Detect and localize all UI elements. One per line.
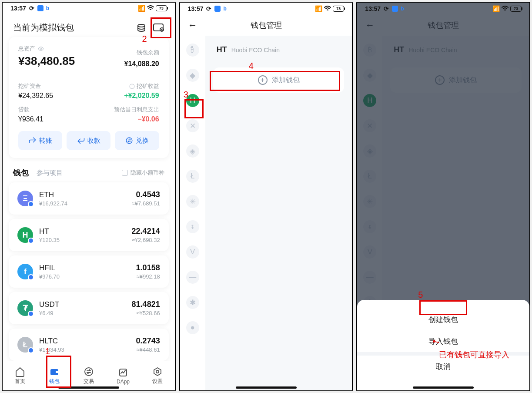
coin-row[interactable]: ŁHLTC¥1,634.930.2743≈¥448.61 (9, 329, 169, 361)
create-wallet-option[interactable]: 创建钱包 (357, 309, 529, 330)
status-bar: 13:57 ⟳ b 📶 73 (3, 3, 175, 14)
chain-rail-item[interactable]: ✳ (186, 195, 199, 208)
alarm-icon: ⟳ (29, 5, 35, 11)
coin-symbol: USDT (39, 300, 59, 309)
mining-yield-value: +¥2,020.59 (89, 92, 159, 100)
svg-rect-8 (56, 371, 58, 373)
tab-home[interactable]: 首页 (3, 361, 37, 390)
coin-icon: Ł (17, 337, 33, 353)
coin-price: ¥120.35 (39, 237, 60, 243)
total-assets-value: ¥38,480.85 (18, 54, 75, 68)
tab-wallet[interactable]: 钱包 (13, 168, 29, 178)
coin-amount: 81.4821 (132, 300, 160, 309)
coin-row[interactable]: fHFIL¥976.701.0158≈¥992.18 (9, 255, 169, 288)
import-wallet-option[interactable]: 导入钱包 (357, 330, 529, 352)
tab-dapp[interactable]: DApp (106, 361, 140, 390)
coin-price: ¥976.70 (39, 273, 60, 280)
hide-small-toggle[interactable]: 隐藏小额币种 (122, 169, 164, 177)
app-icon-1 (214, 6, 221, 12)
chain-rail-item[interactable]: ᵵ (186, 220, 199, 233)
svg-point-4 (40, 48, 42, 50)
annotation-number-5: 5 (418, 290, 423, 300)
chain-rail-item[interactable]: ◈ (186, 144, 199, 158)
coin-symbol: HT (39, 227, 60, 236)
coin-amount: 22.4214 (132, 227, 160, 236)
chain-rail-item[interactable]: ₿ (186, 44, 199, 57)
coin-price: ¥1,634.93 (39, 346, 64, 353)
wifi-icon (147, 5, 154, 12)
add-wallet-button[interactable]: + 添加钱包 (213, 67, 345, 93)
coin-fiat: ≈¥7,689.51 (132, 200, 160, 207)
svg-point-9 (85, 368, 93, 376)
signal-icon: 📶 (315, 5, 322, 12)
loan-value: ¥936.41 (18, 115, 89, 123)
transfer-button[interactable]: 转账 (18, 131, 62, 150)
annotation-number-4: 4 (249, 61, 254, 71)
coin-row[interactable]: ₮USDT¥6.4981.4821≈¥528.66 (9, 292, 169, 324)
tab-projects[interactable]: 参与项目 (37, 169, 63, 177)
app-icon-2: b (46, 5, 49, 11)
coin-list: ΞETH¥16,922.740.4543≈¥7,689.51HHT¥120.35… (3, 182, 175, 361)
mining-yield-label: 挖矿收益 (89, 82, 159, 90)
receive-button[interactable]: 收款 (67, 131, 110, 150)
coin-symbol: ETH (39, 191, 67, 199)
chain-rail-item[interactable]: ✱ (186, 296, 199, 309)
chain-rail-item[interactable]: ✕ (186, 119, 199, 132)
chain-rail-item[interactable]: ◆ (186, 69, 199, 82)
page-title: 当前为模拟钱包 (13, 22, 74, 34)
interest-label: 预估当日利息支出 (89, 106, 159, 114)
wifi-icon (502, 5, 509, 12)
coin-fiat: ≈¥992.18 (136, 273, 160, 280)
back-button[interactable]: ← (188, 20, 197, 31)
svg-point-3 (161, 29, 162, 30)
status-time: 13:57 (365, 5, 381, 12)
interest-value: −¥0.06 (89, 115, 159, 123)
coin-fiat: ≈¥448.61 (136, 346, 160, 353)
coin-amount: 0.4543 (132, 190, 160, 199)
chain-name: Huobi ECO Chain (231, 47, 280, 54)
coin-price: ¥16,922.74 (39, 200, 67, 207)
wifi-icon (324, 5, 331, 12)
tab-settings[interactable]: 设置 (141, 361, 175, 390)
page-header: ← 钱包管理 (180, 15, 352, 36)
phone-screen-1: 13:57 ⟳ b 📶 73 当前为模拟钱包 2 (2, 2, 176, 391)
wallet-settings-icon[interactable] (153, 22, 164, 34)
status-bar: 13:57 ⟳ b 📶 73 (180, 3, 352, 15)
home-indicator (413, 386, 474, 389)
plus-icon: + (258, 75, 268, 85)
tab-wallet-nav[interactable]: 钱包 (37, 361, 71, 390)
annotation-number-1: 1 (45, 346, 50, 356)
app-icon-2: b (223, 6, 226, 12)
wallet-balance-label: 钱包余额 (124, 49, 159, 57)
status-time: 13:57 (10, 5, 26, 12)
app-icon-1 (37, 5, 43, 11)
coin-row[interactable]: HHT¥120.3522.4214≈¥2,698.32 (9, 219, 169, 251)
chain-rail-item[interactable]: ● (186, 321, 199, 334)
chain-rail-item[interactable]: Ł (186, 170, 199, 183)
coin-amount: 0.2743 (136, 336, 160, 346)
tab-trade[interactable]: 交易 (71, 361, 106, 390)
status-time: 13:57 (188, 5, 204, 12)
coin-price: ¥6.49 (39, 310, 59, 316)
coin-fiat: ≈¥528.66 (132, 310, 160, 316)
page-title: 钱包管理 (251, 20, 282, 30)
mining-fund-value: ¥24,392.65 (18, 92, 89, 100)
coin-icon: H (17, 227, 33, 243)
svg-point-0 (138, 24, 145, 27)
coin-icon: ₮ (17, 300, 33, 316)
chain-rail-item[interactable]: V (186, 245, 199, 259)
swap-button[interactable]: 兑换 (115, 131, 159, 150)
coins-icon[interactable] (136, 22, 147, 34)
chain-rail-item[interactable]: — (186, 271, 199, 284)
coin-icon: Ξ (17, 191, 33, 206)
coin-row[interactable]: ΞETH¥16,922.740.4543≈¥7,689.51 (9, 182, 169, 215)
home-indicator (58, 386, 119, 389)
coin-icon: f (17, 264, 33, 279)
wallet-section-header: 钱包 参与项目 隐藏小额币种 (3, 158, 175, 182)
asset-summary-card: 总资产 ¥38,480.85 钱包余额 ¥14,088.20 挖矿资金 ¥24,… (9, 37, 169, 158)
coin-fiat: ≈¥2,698.32 (132, 237, 160, 243)
svg-point-6 (126, 138, 132, 144)
battery-icon: 73 (333, 6, 344, 12)
signal-icon: 📶 (138, 5, 145, 12)
mining-fund-label: 挖矿资金 (18, 82, 89, 90)
